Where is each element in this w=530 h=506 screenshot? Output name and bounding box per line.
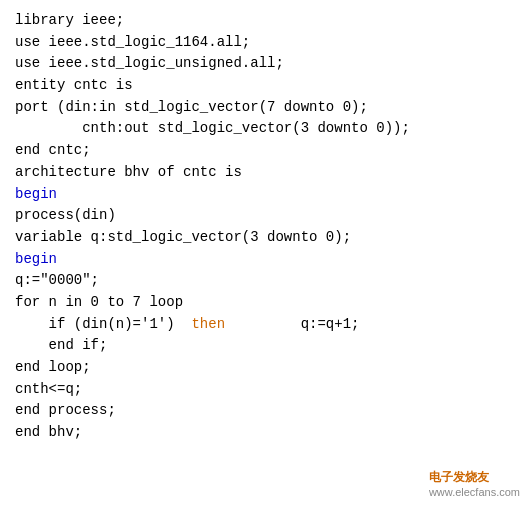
code-text: use ieee.std_logic_unsigned.all; <box>15 55 284 71</box>
code-line-10: process(din) <box>15 205 515 227</box>
watermark-site: www.elecfans.com <box>429 486 520 498</box>
code-text: library ieee; <box>15 12 124 28</box>
code-line-14: for n in 0 to 7 loop <box>15 292 515 314</box>
code-text: variable q:std_logic_vector(3 downto 0); <box>15 229 351 245</box>
code-line-20: end bhv; <box>15 422 515 444</box>
code-line-9: begin <box>15 184 515 206</box>
code-text: architecture bhv of cntc is <box>15 164 242 180</box>
code-text: port (din:in std_logic_vector(7 downto 0… <box>15 99 368 115</box>
code-line-4: entity cntc is <box>15 75 515 97</box>
code-line-5: port (din:in std_logic_vector(7 downto 0… <box>15 97 515 119</box>
keyword-then: then <box>191 316 225 332</box>
code-line-19: end process; <box>15 400 515 422</box>
code-text: end bhv; <box>15 424 82 440</box>
code-line-17: end loop; <box>15 357 515 379</box>
code-text: end if; <box>15 337 107 353</box>
code-text: q:=q+1; <box>225 316 359 332</box>
keyword-begin: begin <box>15 186 57 202</box>
code-line-3: use ieee.std_logic_unsigned.all; <box>15 53 515 75</box>
code-text: cnth<=q; <box>15 381 82 397</box>
watermark: 电子发烧友 www.elecfans.com <box>429 469 520 498</box>
code-line-1: library ieee; <box>15 10 515 32</box>
code-text: end loop; <box>15 359 91 375</box>
code-text: for n in 0 to 7 loop <box>15 294 183 310</box>
code-text: if (din(n)='1') <box>15 316 191 332</box>
code-line-15: if (din(n)='1') then q:=q+1; <box>15 314 515 336</box>
code-text: entity cntc is <box>15 77 133 93</box>
code-text: end cntc; <box>15 142 91 158</box>
code-container: library ieee; use ieee.std_logic_1164.al… <box>0 0 530 506</box>
code-text: process(din) <box>15 207 116 223</box>
code-text: q:="0000"; <box>15 272 99 288</box>
code-text: cnth:out std_logic_vector(3 downto 0)); <box>15 120 410 136</box>
code-line-7: end cntc; <box>15 140 515 162</box>
code-line-2: use ieee.std_logic_1164.all; <box>15 32 515 54</box>
code-line-11: variable q:std_logic_vector(3 downto 0); <box>15 227 515 249</box>
code-line-12: begin <box>15 249 515 271</box>
code-text: use ieee.std_logic_1164.all; <box>15 34 250 50</box>
code-line-8: architecture bhv of cntc is <box>15 162 515 184</box>
keyword-begin2: begin <box>15 251 57 267</box>
watermark-logo: 电子发烧友 <box>429 470 489 484</box>
code-text: end process; <box>15 402 116 418</box>
code-line-13: q:="0000"; <box>15 270 515 292</box>
code-line-16: end if; <box>15 335 515 357</box>
code-line-18: cnth<=q; <box>15 379 515 401</box>
code-line-6: cnth:out std_logic_vector(3 downto 0)); <box>15 118 515 140</box>
